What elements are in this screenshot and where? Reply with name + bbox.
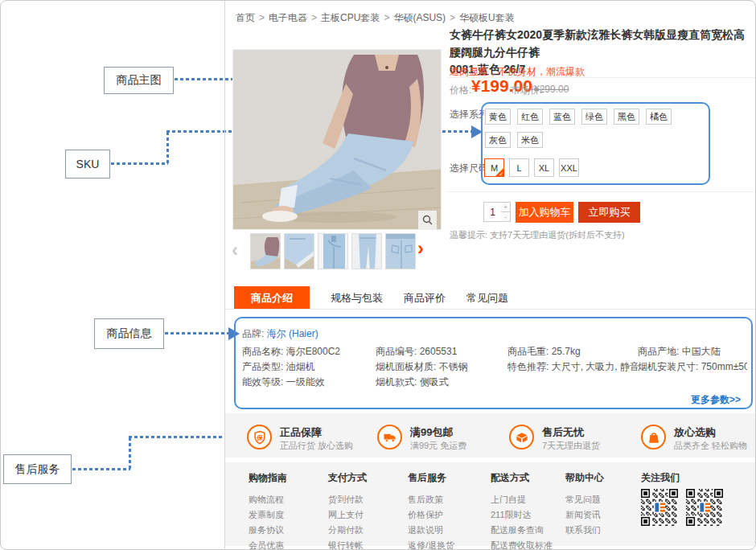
thumbnail-1[interactable] [250,233,281,269]
footer-column-title: 购物指南 [249,471,287,485]
product-main-image[interactable] [232,49,442,230]
annotation-main-image-label: 商品主图 [117,73,162,88]
footer-link-3-3[interactable]: 配送费收取标准 [491,538,553,550]
annotation-after-sale-connector-3 [129,436,229,438]
info-cell: 烟机款式: 侧吸式 [376,376,507,391]
quantity-stepper: + - [501,202,511,222]
tab-0[interactable]: 商品介绍 [234,286,310,310]
service-title: 满99包邮 [410,425,453,440]
gallery-next-button[interactable]: › [417,239,424,258]
qr-code-1 [641,489,678,526]
size-option-1[interactable]: L [509,158,529,177]
footer-column-2: 售后服务售后政策价格保护退款说明返修/退换货取消订单 [408,471,454,550]
service-title: 放心选购 [674,425,716,440]
breadcrumb-item-4[interactable]: 华硕板U套装 [459,12,515,23]
info-cell: 烟机面板材质: 不锈钢 [376,360,507,376]
thumbnail-4[interactable] [351,233,382,269]
footer-link-1-0[interactable]: 货到付款 [328,492,367,507]
price-label: 价格: [450,84,471,97]
zoom-button[interactable] [418,211,437,229]
breadcrumb-separator: > [259,12,265,23]
footer-link-3-0[interactable]: 上门自提 [491,492,553,507]
footer-link-4-0[interactable]: 常见问题 [565,492,604,507]
annotation-product-info: 商品信息 [94,318,164,349]
follow-us-title: 关注我们 [641,471,680,485]
tab-3[interactable]: 常见问题 [466,291,508,306]
buy-now-button[interactable]: 立即购买 [578,202,640,223]
color-option-0[interactable]: 黄色 [485,109,511,125]
quantity-decrease-button[interactable]: - [501,212,511,222]
color-option-2[interactable]: 蓝色 [549,109,575,125]
footer-link-4-2[interactable]: 联系我们 [565,523,604,538]
shield-icon: 保 [247,425,272,449]
breadcrumb-item-0[interactable]: 首页 [236,12,255,23]
thumbnail-5[interactable] [385,233,416,269]
gallery-prev-button[interactable]: ‹ [232,240,238,260]
svg-text:保: 保 [256,433,263,441]
magnifier-icon [422,215,433,225]
color-option-4[interactable]: 黑色 [614,109,639,125]
annotation-product-info-connector [165,332,229,335]
info-cell [507,376,638,391]
size-option-3[interactable]: XXL [559,158,579,177]
info-cell: 烟机安装尺寸: 750mm±50mm (烟... [638,360,747,376]
tabs-divider [225,309,756,310]
footer-link-3-2[interactable]: 配送服务查询 [491,523,553,538]
brand-link[interactable]: 海尔 (Haier) [267,328,318,339]
annotation-sku: SKU [65,150,110,179]
color-option-1[interactable]: 红色 [517,109,543,125]
footer-follow-us: 关注我们 [641,471,680,485]
color-option-7[interactable]: 米色 [517,132,543,148]
color-option-6[interactable]: 灰色 [485,132,511,148]
thumbnail-2[interactable] [284,233,314,269]
breadcrumb-item-2[interactable]: 主板CPU套装 [321,12,380,23]
color-options: 黄色红色蓝色绿色黑色橘色灰色米色 [485,109,678,148]
footer-link-4-1[interactable]: 新闻资讯 [565,507,604,523]
color-option-3[interactable]: 绿色 [581,109,607,125]
footer-link-3-1[interactable]: 211限时达 [491,507,553,523]
thumbnail-3[interactable] [318,233,348,269]
service-title: 正品保障 [280,425,322,440]
footer-column-title: 配送方式 [491,471,553,485]
check-icon: ✓ [499,171,503,178]
tab-1[interactable]: 规格与包装 [331,291,383,306]
footer-column-4: 帮助中心常见问题新闻资讯联系我们 [565,471,604,538]
size-option-0[interactable]: M✓ [484,158,504,177]
annotation-main-image: 商品主图 [104,67,174,94]
market-price-value: ¥299.00 [534,84,569,95]
product-photo-illustration [233,50,442,230]
tab-2[interactable]: 商品评价 [404,291,446,306]
footer-link-2-2[interactable]: 退款说明 [408,523,454,538]
footer-link-1-1[interactable]: 网上支付 [328,507,367,523]
footer-column-1: 支付方式货到付款网上支付分期付款银行转帐 [328,471,367,550]
footer-link-1-3[interactable]: 银行转帐 [328,538,367,550]
footer-link-0-1[interactable]: 发票制度 [249,507,287,523]
footer-link-2-0[interactable]: 售后政策 [408,492,454,507]
quantity-input[interactable] [483,202,502,222]
divider [447,191,755,192]
footer-column-title: 售后服务 [408,471,454,485]
bag-icon [641,425,666,449]
footer-link-0-2[interactable]: 服务协议 [249,523,287,538]
brand-label: 品牌: [242,328,264,339]
footer-link-2-1[interactable]: 价格保护 [408,507,454,523]
service-desc: 正品行货 放心选购 [280,440,353,452]
footer-link-0-3[interactable]: 会员优惠 [249,538,287,550]
quantity-increase-button[interactable]: + [501,202,511,212]
add-to-cart-button[interactable]: 加入购物车 [516,202,573,223]
footer-link-2-3[interactable]: 返修/退换货 [408,538,454,550]
color-option-5[interactable]: 橘色 [646,109,672,125]
service-desc: 品类齐全 轻松购物 [674,440,747,452]
size-option-2[interactable]: XL [534,158,554,177]
info-cell [638,376,747,391]
qr-code-2 [686,489,723,526]
info-cell: 特色推荐: 大尺寸, 大吸力, 静音... [507,360,638,376]
breadcrumb-item-1[interactable]: 电子电器 [269,12,307,23]
footer-link-1-2[interactable]: 分期付款 [328,523,367,538]
breadcrumb-item-3[interactable]: 华硕(ASUS) [393,12,446,23]
annotation-sku-label: SKU [76,158,100,170]
brand-row: 品牌: 海尔 (Haier) [242,327,318,341]
footer-link-0-0[interactable]: 购物流程 [249,492,287,507]
more-params-link[interactable]: 更多参数>> [691,393,741,407]
service-desc: 满99元 免运费 [410,440,466,452]
